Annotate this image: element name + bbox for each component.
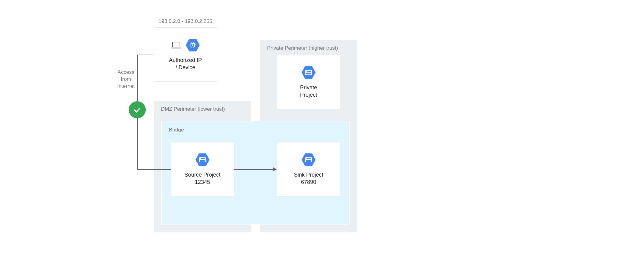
- sink-project-label: Sink Project67890: [294, 171, 323, 186]
- allowed-check-icon: [129, 101, 146, 118]
- access-from-internet-label: AccessfromInternet: [115, 69, 137, 90]
- source-project-label: Source Project12345: [184, 171, 220, 186]
- connector-line: [137, 169, 171, 170]
- authorized-device-label: Authorized IP/ Device: [169, 56, 202, 71]
- diagram-canvas: DMZ Perimeter (lower trust) Private Peri…: [0, 0, 644, 269]
- svg-rect-2: [306, 71, 307, 72]
- project-icon: [302, 66, 316, 80]
- svg-rect-9: [173, 42, 180, 47]
- svg-rect-10: [171, 48, 181, 48]
- svg-rect-5: [200, 158, 201, 159]
- device-icons: [171, 38, 200, 52]
- source-project-card: Source Project12345: [171, 142, 234, 196]
- private-project-card: PrivateProject: [277, 55, 340, 109]
- authorized-device-card: Authorized IP/ Device: [154, 27, 217, 82]
- connector-line: [234, 169, 273, 170]
- bridge-title: Bridge: [169, 127, 184, 133]
- private-project-label: PrivateProject: [300, 84, 317, 99]
- connector-line: [137, 55, 154, 55]
- svg-rect-8: [306, 158, 307, 159]
- ip-range-text: 193.0.2.0 - 193.0.2.255: [154, 18, 217, 24]
- project-icon: [195, 153, 209, 167]
- project-icon: [302, 153, 316, 167]
- sink-project-card: Sink Project67890: [277, 142, 340, 196]
- private-title: Private Perimeter (higher trust): [267, 45, 338, 51]
- arrow-right-icon: [273, 167, 277, 171]
- svg-rect-12: [192, 45, 193, 46]
- chip-icon: [186, 38, 200, 52]
- dmz-title: DMZ Perimeter (lower trust): [161, 106, 225, 112]
- laptop-icon: [171, 41, 181, 49]
